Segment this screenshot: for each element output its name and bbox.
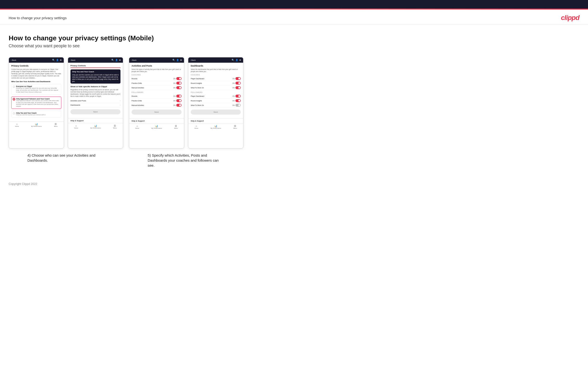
screen4-coaches-row-2: Round Insights ON (191, 81, 241, 85)
screen3-nav-menu[interactable]: ☰ Menu (174, 125, 178, 129)
person-icon4: 👤 (235, 59, 238, 61)
search-icon[interactable]: 🔍 (52, 59, 55, 61)
toggle-on-5: ON (173, 99, 182, 102)
screen2-back-btn[interactable]: ‹ Back (70, 59, 75, 61)
toggle-switch-2[interactable] (176, 82, 182, 84)
toggle-on-text-1: ON (173, 78, 176, 80)
toggle-on-text-6: ON (173, 104, 176, 106)
screen1-header: ‹ Back 🔍 👤 ⊕ (9, 57, 64, 63)
toggle-on-text-7: ON (232, 78, 235, 80)
screen1-header-icons: 🔍 👤 ⊕ (52, 59, 62, 61)
logo: clippd (561, 14, 579, 22)
home-label4: Home (194, 127, 198, 129)
screen3-coaches-row-2: Practice Drills ON (131, 81, 182, 85)
screen2-nav-menu[interactable]: ☰ Menu (113, 125, 117, 129)
screen3-coaches-rounds-label: Rounds (131, 78, 137, 80)
toggle-switch-4[interactable] (176, 95, 182, 98)
screen3-followers-label: FOLLOWERS (131, 92, 182, 93)
screen1-nav-home[interactable]: ⌂ Home (15, 123, 19, 127)
menu-icon3[interactable]: ⊕ (180, 59, 182, 61)
screenshots-row: ‹ Back 🔍 👤 ⊕ Privacy Controls Control ho… (9, 57, 579, 168)
menu-icon2[interactable]: ⊕ (119, 59, 121, 61)
menu-icon4[interactable]: ⊕ (239, 59, 241, 61)
back-chevron2: ‹ (70, 59, 71, 61)
toggle-switch-8[interactable] (235, 82, 241, 84)
screen4-nav-menu[interactable]: ☰ Menu (233, 125, 237, 129)
search-icon3[interactable]: 🔍 (173, 59, 175, 61)
search-icon2[interactable]: 🔍 (111, 59, 114, 61)
screen2-save-button[interactable]: Save (70, 109, 121, 114)
screen3-back-btn[interactable]: ‹ Back (131, 59, 136, 61)
performance-label: My Performance (31, 126, 42, 127)
screen4-followers-label: FOLLOWERS (191, 92, 241, 93)
screen1-option-2-desc: Only approved followers and coaches you … (16, 100, 60, 107)
screen3-header: ‹ Back 🔍 👤 ⊕ (129, 57, 184, 63)
screen4-followers-player-label: Player Dashboard (191, 95, 204, 97)
toggle-switch-3[interactable] (176, 86, 182, 89)
chart-icon3: 📊 (155, 125, 158, 127)
screen4-header: ‹ Back 🔍 👤 ⊕ (188, 57, 243, 63)
home-label2: Home (74, 127, 78, 129)
main-content: How to change your privacy settings (Mob… (0, 25, 588, 177)
toggle-on-11: ON (232, 99, 241, 102)
search-icon4[interactable]: 🔍 (232, 59, 234, 61)
toggle-switch-5[interactable] (176, 99, 182, 102)
screen3-bottom-nav: ⌂ Home 📊 My Performance ☰ Menu (129, 123, 184, 130)
screen2-show-hide-title: Show or hide specific features in Clippd (70, 85, 121, 88)
toggle-switch-6[interactable] (176, 104, 182, 107)
home-label: Home (15, 126, 19, 127)
toggle-on-text-8: ON (232, 82, 235, 84)
right-pair-group: ‹ Back 🔍 👤 ⊕ Activities and Posts Select… (129, 57, 243, 168)
toggle-on-3: ON (173, 86, 182, 89)
back-chevron3: ‹ (131, 59, 132, 61)
back-label3: Back (132, 59, 137, 61)
screen4-save-button[interactable]: Save (191, 109, 241, 115)
home-icon3: ⌂ (136, 125, 138, 127)
screen1-radio-3 (13, 112, 15, 114)
screen1-back-btn[interactable]: ‹ Back (11, 59, 16, 61)
screen1-option-2[interactable]: Only Approved Followers and Your Coach O… (11, 97, 61, 109)
screen2-row-dashboards[interactable]: Dashboards › (70, 103, 121, 107)
header-title: How to change your privacy settings (9, 16, 67, 20)
toggle-switch-10[interactable] (235, 95, 241, 98)
screen4-followers-row-3: What To Work On ON (191, 103, 241, 108)
screen3-body: Activities and Posts Select the types of… (129, 63, 184, 118)
performance-label2: My Performance (90, 127, 101, 129)
screen4-section-title: Dashboards (191, 65, 241, 67)
screen3-followers-row-2: Practice Drills ON (131, 99, 182, 103)
screen1-option-1-desc: Everyone on Clippd can search for you an… (16, 87, 60, 93)
toggle-on-text-4: ON (173, 95, 176, 97)
screen3-nav-home[interactable]: ⌂ Home (135, 125, 139, 129)
screen4-followers-whattowork-label: What To Work On (191, 104, 204, 106)
screen4-body: Dashboards Select the dashboards that yo… (188, 63, 243, 118)
screen2-dashboards-label: Dashboards (70, 104, 80, 106)
menu-icon[interactable]: ⊕ (60, 59, 62, 61)
toggle-switch-11[interactable] (235, 99, 241, 102)
toggle-switch-1[interactable] (176, 77, 182, 80)
screen2-row-activities[interactable]: Activities and Posts › (70, 99, 121, 103)
screen4-nav-performance[interactable]: 📊 My Performance (210, 125, 221, 129)
toggle-on-text-9: ON (232, 87, 235, 89)
toggle-on-8: ON (232, 82, 241, 84)
screen1-option-3[interactable]: Only You and Your Coach Only you and the… (11, 111, 61, 117)
screen3-nav-performance[interactable]: 📊 My Performance (151, 125, 162, 129)
person-icon2: 👤 (115, 59, 118, 61)
toggle-switch-12[interactable] (235, 104, 241, 107)
screen1-nav-performance[interactable]: 📊 My Performance (31, 123, 42, 127)
screen1-option-1[interactable]: Everyone on Clippd Everyone on Clippd ca… (11, 84, 61, 94)
screen1-nav-menu[interactable]: ☰ Menu (54, 123, 58, 127)
screen1-body: Privacy Controls Control how you and you… (9, 63, 64, 121)
screen2-show-hide-text: Regardless of the privacy controls that … (70, 89, 121, 97)
screen4-header-icons: 🔍 👤 ⊕ (232, 59, 241, 61)
screen4-nav-home[interactable]: ⌂ Home (194, 125, 198, 129)
left-pair-group: ‹ Back 🔍 👤 ⊕ Privacy Controls Control ho… (9, 57, 123, 163)
screen2-nav-home[interactable]: ⌂ Home (74, 125, 78, 129)
screen4-back-btn[interactable]: ‹ Back (190, 59, 196, 61)
toggle-switch-9[interactable] (235, 86, 241, 89)
screen2-nav-performance[interactable]: 📊 My Performance (90, 125, 101, 129)
hamburger-icon3: ☰ (175, 125, 177, 127)
toggle-switch-7[interactable] (235, 77, 241, 80)
screen1-radio-1 (13, 86, 15, 88)
screen1-body-text: Control how you and your data appears to… (11, 68, 61, 79)
screen3-save-button[interactable]: Save (131, 109, 182, 115)
